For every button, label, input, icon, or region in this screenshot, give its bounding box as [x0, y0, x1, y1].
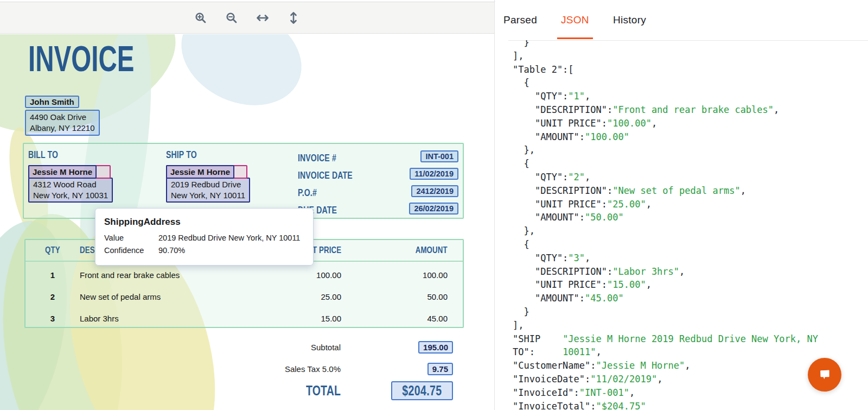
table-row: 3 Labor 3hrs 15.00 45.00 [25, 307, 463, 329]
bill-to-block: BILL TO Jessie M Horne 4312 Wood Road Ne… [28, 149, 113, 203]
tooltip-confidence-label: Confidence [104, 246, 158, 255]
cell-description: New set of pedal arms [80, 292, 271, 301]
extraction-panel: Parsed JSON History }],"Table 2":[ { "QT… [495, 0, 868, 410]
leaf-decoration [165, 34, 317, 123]
total-annotation[interactable]: $204.75 [391, 381, 453, 400]
ship-to-block: SHIP TO Jessie M Horne 2019 Redbud Drive… [166, 149, 250, 203]
total-row: TOTAL $204.75 [220, 381, 453, 400]
invoice-heading: INVOICE [28, 41, 134, 77]
json-code[interactable]: }],"Table 2":[ { "QTY":"1", "DESCRIPTION… [513, 36, 863, 410]
bill-to-entity-annotation[interactable]: Jessie M Horne [28, 165, 111, 179]
tooltip-value-row: Value 2019 Redbud Drive New York, NY 100… [104, 234, 304, 242]
chat-bubble-icon [816, 366, 833, 383]
tooltip-value-label: Value [104, 234, 158, 242]
subtotal-label: Subtotal [220, 343, 341, 352]
po-number-label: P.O.# [298, 187, 317, 199]
bill-to-address-annotation[interactable]: 4312 Wood Road New York, NY 10031 [28, 178, 113, 203]
qty-header: QTY [45, 245, 60, 256]
subtotal-row: Subtotal 195.00 [220, 341, 453, 354]
ship-to-address-line: New York, NY 10011 [171, 190, 245, 201]
cell-amount: 50.00 [341, 292, 463, 301]
fit-height-icon [287, 11, 300, 25]
sales-tax-label: Sales Tax 5.0% [220, 364, 341, 374]
cell-qty: 1 [25, 270, 80, 280]
json-line: "AMOUNT":"45.00" [513, 292, 863, 305]
json-line: "Table 2":[ [513, 63, 863, 77]
bill-to-address-line: New York, NY 10031 [33, 190, 108, 201]
json-line: }, [513, 143, 863, 157]
cell-qty: 2 [25, 292, 80, 301]
tab-history[interactable]: History [613, 14, 646, 26]
ship-to-address-line: 2019 Redbud Drive [171, 179, 245, 190]
ship-to-entity-annotation[interactable]: Jessie M Horne [166, 165, 247, 179]
json-line: { [513, 76, 863, 90]
json-line: "InvoiceId":"INT-001", [513, 386, 863, 400]
bill-to-name-annotation[interactable]: Jessie M Horne [28, 165, 97, 179]
json-line: "UNIT PRICE":"25.00", [513, 198, 863, 211]
sender-address-annotation[interactable]: 4490 Oak Drive Albany, NY 12210 [25, 110, 100, 136]
json-line: "QTY":"2", [513, 171, 863, 184]
document-viewer-pane: INVOICE John Smith 4490 Oak Drive Albany… [0, 0, 495, 410]
panel-tabs: Parsed JSON History [495, 0, 868, 40]
sales-tax-row: Sales Tax 5.0% 9.75 [220, 363, 453, 375]
json-line: "DESCRIPTION":"Front and rear brake cabl… [513, 103, 863, 117]
cell-unit-price: 100.00 [271, 270, 341, 280]
tooltip-confidence-row: Confidence 90.70% [104, 246, 304, 255]
invoice-date-label: INVOICE DATE [298, 170, 353, 181]
fit-width-button[interactable] [254, 10, 271, 26]
invoice-date-annotation[interactable]: 11/02/2019 [410, 168, 458, 180]
sender-address-line: Albany, NY 12210 [30, 123, 95, 134]
po-number-annotation[interactable]: 2412/2019 [411, 185, 458, 197]
invoice-document: INVOICE John Smith 4490 Oak Drive Albany… [0, 34, 477, 410]
chat-launcher-button[interactable] [808, 358, 841, 392]
json-line: "AMOUNT":"50.00" [513, 211, 863, 224]
field-tooltip: ShippingAddress Value 2019 Redbud Drive … [95, 208, 314, 266]
tab-parsed[interactable]: Parsed [503, 14, 537, 26]
json-line: { [513, 238, 863, 251]
viewer-toolbar [0, 2, 494, 34]
table-row: 1 Front and rear brake cables 100.00 100… [25, 264, 463, 286]
zoom-in-button[interactable] [193, 10, 209, 26]
total-label: TOTAL [306, 383, 341, 399]
json-line: { [513, 157, 863, 171]
json-line: "QTY":"1", [513, 90, 863, 103]
fit-width-icon [256, 11, 270, 24]
invoice-number-annotation[interactable]: INT-001 [420, 150, 458, 162]
fit-height-button[interactable] [285, 10, 302, 26]
json-line: "AMOUNT":"100.00" [513, 130, 863, 144]
invoice-number-label: INVOICE # [298, 153, 336, 164]
invoice-info-section: BILL TO Jessie M Horne 4312 Wood Road Ne… [23, 143, 464, 219]
sender-name-annotation[interactable]: John Smith [25, 96, 79, 108]
subtotal-annotation[interactable]: 195.00 [418, 341, 453, 354]
bill-to-address-line: 4312 Wood Road [33, 179, 108, 190]
json-line: }, [513, 224, 863, 238]
tooltip-value: 2019 Redbud Drive New York, NY 10011 [158, 234, 304, 242]
tooltip-field-name: ShippingAddress [104, 217, 304, 228]
json-line: TO": 10011", [513, 345, 863, 359]
json-line: ], [513, 319, 863, 332]
app-window: INVOICE John Smith 4490 Oak Drive Albany… [0, 0, 868, 410]
json-line: "DESCRIPTION":"New set of pedal arms", [513, 184, 863, 198]
json-line: ], [513, 49, 863, 63]
tab-json[interactable]: JSON [561, 14, 589, 26]
amount-header: AMOUNT [416, 245, 448, 256]
cell-description: Front and rear brake cables [80, 270, 271, 280]
cell-qty: 3 [25, 314, 80, 323]
due-date-annotation[interactable]: 26/02/2019 [409, 203, 458, 215]
sales-tax-annotation[interactable]: 9.75 [427, 363, 453, 375]
cell-description: Labor 3hrs [80, 314, 271, 323]
table-row: 2 New set of pedal arms 25.00 50.00 [25, 286, 463, 307]
json-line: } [513, 305, 863, 319]
sender-address-line: 4490 Oak Drive [30, 112, 95, 123]
tooltip-confidence: 90.70% [158, 246, 304, 255]
ship-to-address-annotation[interactable]: 2019 Redbud Drive New York, NY 10011 [166, 178, 250, 203]
cell-unit-price: 15.00 [271, 314, 341, 323]
json-line: "InvoiceTotal":"$204.75" [513, 400, 863, 410]
ship-to-label: SHIP TO [166, 149, 197, 161]
zoom-out-button[interactable] [224, 10, 240, 26]
cell-amount: 45.00 [341, 314, 463, 323]
json-line: "QTY":"3", [513, 251, 863, 265]
json-line: "UNIT PRICE":"15.00", [513, 278, 863, 292]
ship-to-name-annotation[interactable]: Jessie M Horne [166, 165, 234, 179]
cell-unit-price: 25.00 [271, 292, 341, 301]
